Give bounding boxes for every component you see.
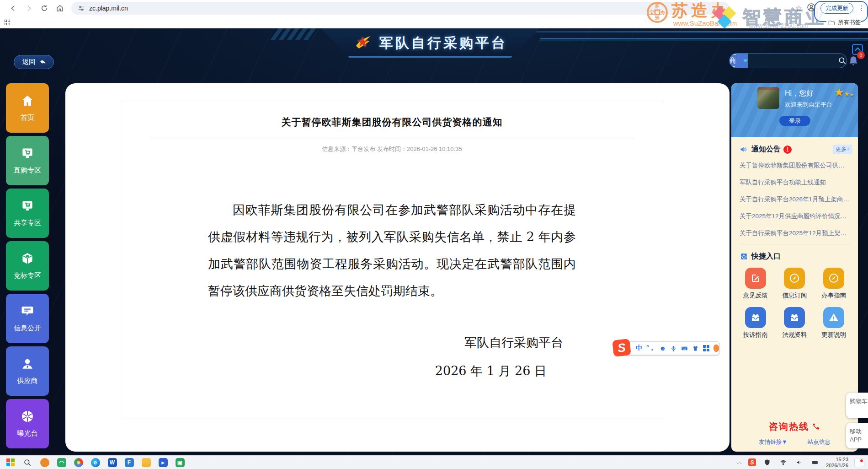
info-public-icon <box>21 304 34 318</box>
page-background: ★ 军队自行采购平台 返回 搜商品 0 首页 直购专区 共享专区 <box>0 28 868 455</box>
notice-count-badge: 1 <box>783 146 792 154</box>
address-bar[interactable]: zc.plap.mil.cn <box>71 2 730 15</box>
folder-icon <box>828 20 835 26</box>
notice-item[interactable]: 关于2025年12月供应商履约评价情况… <box>740 208 850 225</box>
notification-badge: 0 <box>857 51 865 59</box>
notification-bell[interactable]: 0 <box>847 55 863 70</box>
taskbar-app-folder-icon[interactable] <box>142 458 151 467</box>
notice-item[interactable]: 关于自行采购平台2025年12月预上架… <box>740 225 850 242</box>
chrome-update-button[interactable]: 完成更新 <box>820 3 853 14</box>
ime-keyboard-icon[interactable] <box>681 345 688 352</box>
notice-item[interactable]: 军队自行采购平台功能上线通知 <box>740 174 850 191</box>
sidebar-item-supplier[interactable]: 供应商 <box>6 346 49 396</box>
quick-item-feedback[interactable]: 意见反馈 <box>743 268 768 300</box>
apps-grid-icon[interactable] <box>5 20 10 25</box>
home-icon <box>21 94 34 108</box>
tray-sogou-icon[interactable]: S <box>748 458 756 466</box>
sidebar-item-direct-buy[interactable]: 直购专区 <box>6 136 49 185</box>
sidebar-item-info-public[interactable]: 信息公开 <box>6 294 49 343</box>
friend-links[interactable]: 友情链接▼ <box>759 438 787 446</box>
back-icon[interactable] <box>5 2 21 15</box>
profile-icon[interactable] <box>807 3 816 14</box>
welcome-text: 欢迎来到自采平台 <box>785 101 832 109</box>
taskbar-app-player-icon[interactable]: ▸ <box>159 458 168 467</box>
login-button[interactable]: 登录 <box>779 116 810 126</box>
document-body: 因欧菲斯集团股份有限公司在参加武警部队采购活动中存在提供虚假材料等违规行为，被列… <box>208 196 576 304</box>
taskbar-app-blue-icon[interactable]: F <box>125 458 134 467</box>
document-date: 2026 年 1 月 26 日 <box>121 363 547 379</box>
quick-item-update-notes[interactable]: 更新说明 <box>821 307 846 339</box>
cart-side-tab[interactable]: 购物车 <box>846 393 868 418</box>
product-search: 搜商品 <box>729 53 847 68</box>
exposure-icon <box>21 410 34 423</box>
quick-item-complaint[interactable]: 投诉指南 <box>743 307 768 339</box>
notice-document: 关于暂停欧菲斯集团股份有限公司供货资格的通知 信息来源：平台发布 发布时间：20… <box>121 101 663 418</box>
guide-icon <box>828 273 839 284</box>
sidebar-item-home[interactable]: 首页 <box>6 83 49 133</box>
start-button[interactable] <box>6 458 15 467</box>
stars-decoration-icon: ★★★ <box>834 86 853 99</box>
sidebar-item-bid-zone[interactable]: 竞标专区 <box>6 241 49 291</box>
taskbar-app-chrome-icon[interactable] <box>74 458 83 467</box>
header-decor-line <box>480 31 868 32</box>
ime-punctuation[interactable]: °， <box>646 344 655 352</box>
hotline-label: 咨询热线 <box>731 420 858 433</box>
quick-item-guide[interactable]: 办事指南 <box>821 268 846 300</box>
taskbar-app-wechat-icon[interactable]: ◠ <box>57 458 66 467</box>
regulation-icon <box>789 312 800 323</box>
clock-date: 2026/1/26 <box>826 463 848 469</box>
mobile-app-side-tab[interactable]: 移动APP <box>846 423 868 448</box>
document-title: 关于暂停欧菲斯集团股份有限公司供货资格的通知 <box>121 116 663 129</box>
notice-item[interactable]: 关于暂停欧菲斯集团股份有限公司供… <box>740 157 850 174</box>
search-button[interactable] <box>838 54 847 68</box>
greeting-text: Hi，您好 <box>785 89 814 98</box>
bid-zone-icon <box>21 252 34 265</box>
search-input[interactable] <box>748 54 838 68</box>
back-button[interactable]: 返回 <box>14 55 54 69</box>
clock-time: 15:23 <box>826 457 848 463</box>
notice-item[interactable]: 关于自行采购平台2026年1月预上架商… <box>740 191 850 208</box>
tray-battery-icon[interactable] <box>810 458 820 468</box>
ime-skin-icon[interactable] <box>692 345 699 352</box>
tray-wifi-icon[interactable] <box>778 458 788 468</box>
ime-mode-chinese[interactable]: 中 <box>636 344 642 352</box>
sidebar-item-share-zone[interactable]: 共享专区 <box>6 189 49 238</box>
taskbar-app-orange-icon[interactable] <box>40 458 49 467</box>
sidebar-item-exposure[interactable]: 曝光台 <box>6 399 49 448</box>
taskbar-app-screenshot-icon[interactable]: ▣ <box>176 458 185 467</box>
all-bookmarks-button[interactable]: 所有书签 <box>826 19 861 27</box>
tray-volume-icon[interactable] <box>794 458 804 468</box>
menu-dots-icon[interactable]: ⋮ <box>858 4 865 12</box>
site-info-link[interactable]: 站点信息 <box>808 438 831 446</box>
taskbar-clock[interactable]: 15:23 2026/1/26 <box>826 457 848 469</box>
sogou-logo-icon[interactable]: S <box>612 339 631 357</box>
header-decor-panel <box>538 38 868 41</box>
tray-chevron-up-icon[interactable]: ︿ <box>737 458 742 466</box>
ime-emoji-icon[interactable]: ☻ <box>660 345 666 352</box>
phone-icon <box>812 422 820 431</box>
direct-buy-icon <box>21 146 34 160</box>
reload-icon[interactable] <box>37 2 52 15</box>
taskbar-app-edge-icon[interactable]: e <box>91 458 100 467</box>
quick-item-regulation[interactable]: 法规资料 <box>782 307 807 339</box>
header-decor-streaks <box>270 28 320 40</box>
share-zone-icon <box>21 199 34 213</box>
notification-center-button[interactable] <box>854 458 864 467</box>
taskbar-app-word-icon[interactable]: W <box>108 458 117 467</box>
search-category-dropdown[interactable]: 搜商品 <box>730 54 748 68</box>
windows-taskbar: ◠ e W F ▸ ▣ ︿ S 15:23 2026/1/26 <box>0 455 868 469</box>
home-browser-icon[interactable] <box>52 2 68 15</box>
forward-icon[interactable] <box>21 2 37 15</box>
quick-item-subscribe[interactable]: 信息订阅 <box>782 268 807 300</box>
bookmark-star-icon[interactable]: ☆ <box>795 4 802 13</box>
ime-toolbox-icon[interactable] <box>703 345 709 351</box>
ime-mic-icon[interactable] <box>670 345 677 352</box>
platform-emblem-icon: ★ <box>353 33 373 53</box>
feedback-icon <box>750 273 761 284</box>
tray-shield-icon[interactable] <box>762 458 772 468</box>
taskbar-search-icon[interactable] <box>22 458 32 468</box>
ime-ai-emoji-icon[interactable] <box>714 345 719 352</box>
platform-title: 军队自行采购平台 <box>379 34 507 53</box>
notice-more-button[interactable]: 更多+ <box>833 145 852 154</box>
search-icon <box>838 56 847 65</box>
